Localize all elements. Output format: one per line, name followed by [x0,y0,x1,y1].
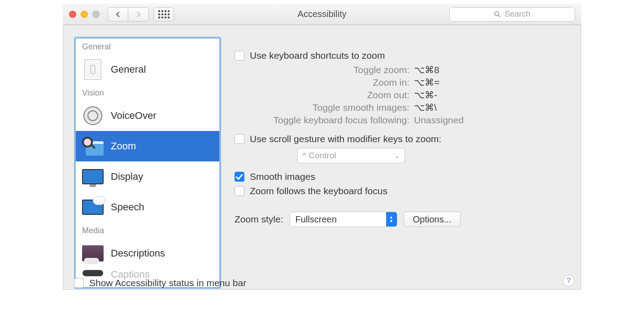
category-sidebar[interactable]: General General Vision VoiceOver Zoom Di… [74,37,221,289]
content-area: General General Vision VoiceOver Zoom Di… [63,25,581,290]
sidebar-item-descriptions[interactable]: Descriptions [76,238,219,269]
sidebar-item-label: VoiceOver [111,110,157,122]
close-window-button[interactable] [69,11,76,18]
search-icon [494,11,501,18]
shortcut-label: Toggle keyboard focus following: [235,115,414,126]
sidebar-item-label: Display [111,171,143,183]
sidebar-item-label: Zoom [111,140,136,152]
grid-icon [158,10,170,18]
svg-line-1 [498,15,500,17]
back-button[interactable] [108,7,128,22]
sidebar-group-general: General [76,39,219,54]
zoom-follows-focus-checkbox[interactable] [235,186,244,196]
shortcut-label: Zoom out: [235,90,414,100]
display-icon [82,169,104,184]
shortcut-value: ⌥⌘- [414,90,437,100]
window-toolbar: Accessibility Search [63,4,581,25]
keyboard-shortcuts-list: Toggle zoom:⌥⌘8 Zoom in:⌥⌘= Zoom out:⌥⌘-… [235,65,567,126]
zoom-follows-focus-label: Zoom follows the keyboard focus [250,186,387,196]
show-all-button[interactable] [153,7,174,22]
shortcut-label: Zoom in: [235,77,414,88]
zoom-style-dropdown[interactable]: Fullscreen ▲▼ [290,212,397,227]
chevron-down-icon: ⌄ [392,151,402,161]
general-icon [84,59,101,80]
svg-point-0 [495,12,499,16]
forward-button[interactable] [128,7,149,22]
zoom-style-label: Zoom style: [235,214,283,225]
zoom-style-value: Fullscreen [296,214,337,225]
shortcut-value: ⌥⌘\ [414,102,437,113]
show-status-menubar-checkbox[interactable] [74,278,84,288]
search-placeholder: Search [505,9,530,19]
window-controls [69,11,100,18]
sidebar-item-label: Speech [111,201,144,213]
sidebar-item-zoom[interactable]: Zoom [76,131,219,161]
captions-icon [83,270,103,276]
use-keyboard-shortcuts-checkbox[interactable] [235,51,244,61]
shortcut-label: Toggle zoom: [235,65,414,75]
options-button[interactable]: Options... [404,212,461,227]
smooth-images-checkbox[interactable] [235,172,244,182]
shortcut-value: Unassigned [414,115,464,126]
use-scroll-gesture-label: Use scroll gesture with modifier keys to… [250,134,441,144]
shortcut-value: ⌥⌘8 [414,65,439,75]
nav-segmented [108,7,149,22]
sidebar-item-voiceover[interactable]: VoiceOver [76,100,219,131]
search-input[interactable]: Search [449,7,575,22]
shortcut-value: ⌥⌘= [414,77,439,88]
window-title: Accessibility [298,9,347,19]
dropdown-stepper-icon: ▲▼ [386,212,397,226]
sidebar-item-display[interactable]: Display [76,161,219,192]
zoom-icon [82,137,104,156]
descriptions-icon [82,245,104,261]
modifier-key-value: ^ Control [302,151,336,161]
use-keyboard-shortcuts-label: Use keyboard shortcuts to zoom [250,50,385,61]
speech-icon [82,200,104,215]
help-button[interactable]: ? [563,275,574,287]
sidebar-item-label: Descriptions [111,248,165,259]
minimize-window-button[interactable] [81,11,88,18]
show-status-menubar-label: Show Accessibility status in menu bar [89,278,246,288]
sidebar-item-general[interactable]: General [76,54,219,85]
sidebar-group-media: Media [76,222,219,238]
sidebar-item-speech[interactable]: Speech [76,192,219,222]
shortcut-label: Toggle smooth images: [235,102,414,113]
voiceover-icon [83,106,102,125]
use-scroll-gesture-checkbox[interactable] [235,134,244,144]
zoom-settings-panel: Use keyboard shortcuts to zoom Toggle zo… [235,37,581,289]
modifier-key-dropdown[interactable]: ^ Control ⌄ [297,148,405,163]
zoom-window-button[interactable] [92,11,100,18]
sidebar-item-label: General [111,64,146,75]
smooth-images-label: Smooth images [250,171,315,182]
sidebar-group-vision: Vision [76,85,219,100]
